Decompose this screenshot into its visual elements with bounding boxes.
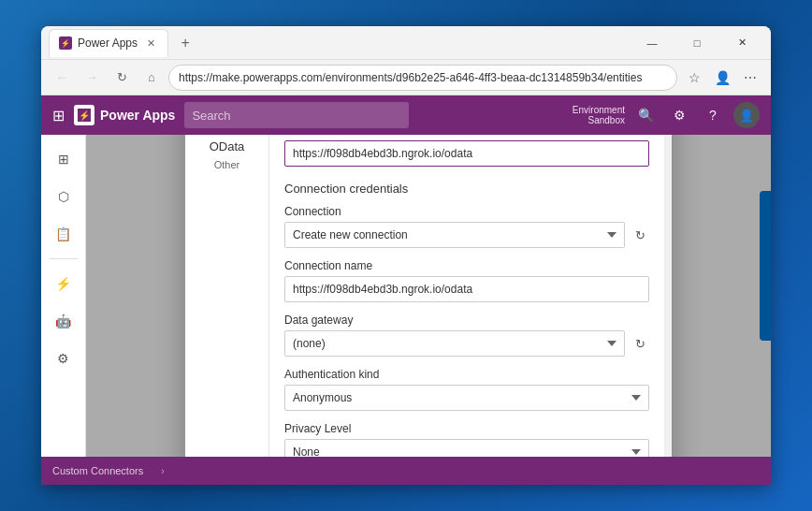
sidebar-item-home[interactable]: ⊞	[47, 142, 80, 176]
url-input[interactable]	[284, 140, 649, 167]
bottom-bar: Custom Connectors ›	[41, 457, 771, 485]
desktop: ⚡ Power Apps ✕ + — □ ✕ ← → ↻ ⌂ ☆ 👤 ⋯	[0, 0, 812, 511]
modal-body: OD OData Other Connection settings URL *	[185, 135, 672, 457]
back-nav-button[interactable]: ←	[49, 65, 75, 91]
favorites-icon[interactable]: ☆	[681, 65, 707, 91]
connection-dropdown[interactable]: Create new connection	[284, 222, 625, 248]
powerapps-logo: ⚡ Power Apps	[74, 105, 175, 125]
modal-dialog: Power Query - Connect to data source ✕ O…	[185, 135, 672, 457]
sidebar-item-data[interactable]: 📋	[47, 217, 80, 251]
data-gateway-refresh-icon[interactable]: ↻	[631, 334, 649, 353]
grid-icon[interactable]: ⊞	[52, 107, 65, 124]
browser-window: ⚡ Power Apps ✕ + — □ ✕ ← → ↻ ⌂ ☆ 👤 ⋯	[41, 26, 771, 485]
odata-panel: OD OData Other	[185, 135, 269, 457]
minimize-button[interactable]: —	[631, 29, 674, 57]
data-gateway-dropdown[interactable]: (none)	[284, 330, 625, 357]
browser-toolbar: ← → ↻ ⌂ ☆ 👤 ⋯	[41, 60, 771, 95]
privacy-level-label: Privacy Level	[284, 422, 649, 435]
browser-tab[interactable]: ⚡ Power Apps ✕	[49, 29, 168, 57]
home-nav-button[interactable]: ⌂	[138, 65, 165, 91]
connection-refresh-icon[interactable]: ↻	[631, 226, 649, 244]
modal-overlay: Power Query - Connect to data source ✕ O…	[86, 135, 771, 457]
custom-connectors-item[interactable]: Custom Connectors	[52, 465, 143, 476]
sidebar: ⊞ ⬡ 📋 ⚡ 🤖 ⚙	[41, 135, 86, 457]
search-header-icon[interactable]: 🔍	[632, 102, 659, 128]
auth-kind-dropdown[interactable]: Anonymous	[284, 385, 649, 411]
bottom-chevron-icon: ›	[161, 466, 164, 476]
data-gateway-row: (none) ↻	[284, 330, 649, 357]
browser-content: ⊞ ⬡ 📋 ⚡ 🤖 ⚙ Power Query - Connect to dat…	[41, 135, 771, 457]
powerapps-logo-icon: ⚡	[74, 105, 94, 125]
refresh-nav-button[interactable]: ↻	[109, 65, 135, 91]
sidebar-item-settings[interactable]: ⚙	[47, 342, 80, 375]
tab-title: Power Apps	[78, 36, 138, 50]
tab-favicon: ⚡	[59, 36, 72, 50]
browser-titlebar: ⚡ Power Apps ✕ + — □ ✕	[41, 26, 771, 60]
sidebar-item-ai[interactable]: 🤖	[47, 304, 80, 338]
profile-icon[interactable]: 👤	[709, 65, 735, 91]
maximize-button[interactable]: □	[675, 29, 718, 57]
settings-header-icon[interactable]: ⚙	[666, 102, 692, 128]
odata-type: Other	[214, 159, 240, 170]
connection-row: Create new connection ↻	[284, 222, 649, 248]
sidebar-item-apps[interactable]: ⬡	[47, 180, 80, 213]
pa-search-input[interactable]	[184, 102, 409, 128]
powerapps-logo-text: Power Apps	[100, 108, 175, 123]
environment-info: Environment Sandbox	[573, 105, 625, 125]
toolbar-icons: ☆ 👤 ⋯	[681, 65, 763, 91]
new-tab-button[interactable]: +	[172, 30, 198, 56]
connection-name-label: Connection name	[284, 259, 649, 272]
close-button[interactable]: ✕	[720, 29, 763, 57]
svg-text:⚡: ⚡	[79, 110, 91, 122]
user-avatar[interactable]: 👤	[733, 102, 760, 128]
sidebar-divider	[50, 258, 78, 259]
data-gateway-label: Data gateway	[284, 314, 649, 327]
main-content: Power Query - Connect to data source ✕ O…	[86, 135, 771, 457]
forward-nav-button[interactable]: →	[79, 65, 105, 91]
environment-name: Sandbox	[588, 115, 625, 125]
auth-kind-label: Authentication kind	[284, 368, 649, 381]
odata-name: OData	[210, 139, 245, 153]
address-bar[interactable]	[168, 65, 677, 91]
window-controls: — □ ✕	[631, 29, 763, 57]
privacy-level-dropdown[interactable]: None	[284, 439, 649, 457]
pa-header-right: Environment Sandbox 🔍 ⚙ ? 👤	[573, 102, 760, 128]
environment-label: Environment	[573, 105, 625, 115]
form-panel: Connection settings URL * Connection cre…	[269, 135, 664, 457]
connection-name-input[interactable]	[284, 276, 649, 302]
modal-scrollbar[interactable]	[664, 135, 672, 457]
connection-label: Connection	[284, 205, 649, 218]
help-header-icon[interactable]: ?	[700, 102, 726, 128]
url-required-indicator: *	[309, 135, 313, 137]
privacy-level-row: None	[284, 439, 649, 457]
powerapps-header: ⊞ ⚡ Power Apps Environment Sandbox 🔍 ⚙ ?…	[41, 95, 771, 135]
credentials-title: Connection credentials	[284, 182, 649, 196]
url-label: URL *	[284, 135, 649, 137]
auth-kind-row: Anonymous	[284, 385, 649, 411]
tab-close-button[interactable]: ✕	[143, 36, 158, 51]
settings-icon[interactable]: ⋯	[737, 65, 763, 91]
sidebar-item-flows[interactable]: ⚡	[47, 267, 80, 300]
